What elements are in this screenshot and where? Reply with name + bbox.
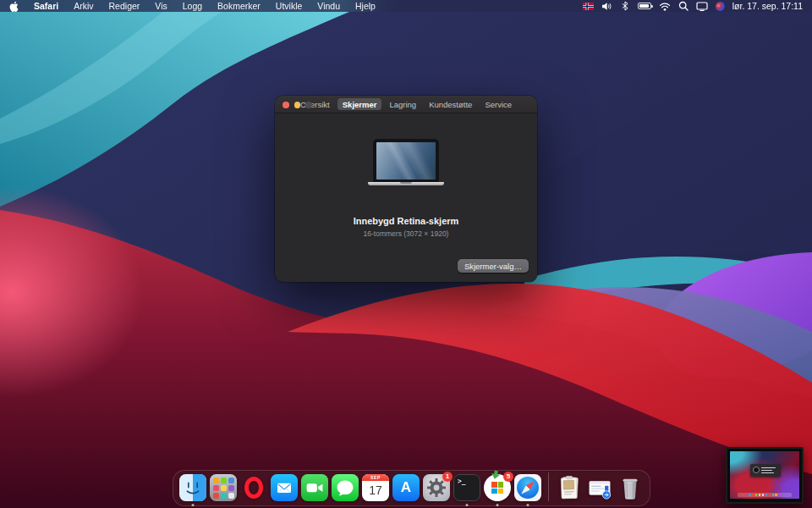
dock: SEP 17 A 1 >_ 5 — [173, 470, 650, 506]
menu-arkiv[interactable]: Arkiv — [66, 1, 101, 11]
tab-service[interactable]: Service — [480, 98, 517, 110]
dock-facetime-icon[interactable] — [301, 474, 328, 501]
display-name: Innebygd Retina-skjerm — [275, 216, 537, 226]
wifi-icon[interactable] — [659, 2, 671, 11]
tab-skjermer[interactable]: Skjermer — [337, 98, 382, 110]
mini-window-circle — [753, 467, 760, 473]
menubar-clock[interactable]: lør. 17. sep. 17:11 — [732, 1, 803, 11]
external-display-mini-window — [750, 464, 781, 478]
running-indicator — [466, 504, 469, 506]
menu-rediger[interactable]: Rediger — [102, 1, 148, 11]
calendar-month: SEP — [362, 474, 389, 481]
volume-icon[interactable] — [601, 2, 612, 11]
dock-launchpad-icon[interactable] — [210, 474, 237, 501]
menu-vis[interactable]: Vis — [147, 1, 174, 11]
running-indicator — [527, 504, 529, 506]
dock-finder-icon[interactable] — [179, 474, 206, 501]
menu-utvikle[interactable]: Utvikle — [268, 1, 310, 11]
dock-minimized-window-icon[interactable] — [586, 474, 613, 501]
macbook-illustration — [368, 140, 444, 185]
dock-messages-icon[interactable] — [332, 474, 359, 501]
dock-terminal-icon[interactable]: >_ — [453, 474, 480, 501]
app-store-glyph: A — [401, 479, 411, 496]
menu-app-name[interactable]: Safari — [26, 1, 66, 11]
apple-menu[interactable] — [9, 1, 26, 12]
spotlight-icon[interactable] — [678, 1, 689, 11]
tab-kundestotte[interactable]: Kundestøtte — [424, 98, 477, 110]
external-display-mini-dock — [738, 493, 792, 497]
running-indicator — [497, 504, 499, 506]
displays-preferences-button[interactable]: Skjermer-valg… — [458, 259, 529, 273]
bluetooth-icon[interactable] — [620, 1, 630, 11]
battery-icon[interactable] — [638, 3, 651, 9]
dock-trash-icon[interactable] — [617, 474, 644, 501]
window-tab-bar: Oversikt Skjermer Lagring Kundestøtte Se… — [295, 98, 517, 110]
dock-system-preferences-icon[interactable]: 1 — [423, 474, 450, 501]
mini-window-text-lines — [761, 467, 776, 473]
dock-microsoft-update-icon[interactable]: 5 — [484, 474, 511, 501]
dock-app-store-icon[interactable]: A — [392, 474, 420, 501]
close-button[interactable] — [283, 102, 289, 108]
display-spec: 16-tommers (3072 × 1920) — [275, 229, 537, 238]
dock-safari-icon[interactable] — [514, 474, 541, 501]
notification-badge: 1 — [442, 472, 453, 482]
zoom-button-disabled — [305, 102, 312, 108]
external-display-wallpaper — [730, 451, 799, 499]
calendar-day: 17 — [362, 481, 389, 500]
notification-badge: 5 — [503, 472, 513, 482]
minimize-button[interactable] — [294, 102, 301, 108]
window-titlebar[interactable]: Oversikt Skjermer Lagring Kundestøtte Se… — [275, 96, 537, 113]
desktop[interactable]: Safari Arkiv Rediger Vis Logg Bokmerker … — [0, 0, 812, 508]
tab-lagring[interactable]: Lagring — [384, 98, 421, 110]
dock-mail-icon[interactable] — [271, 474, 298, 501]
siri-icon[interactable] — [716, 2, 725, 11]
keyboard-layout-flag-icon[interactable] — [583, 3, 594, 10]
display-mirroring-icon[interactable] — [696, 2, 708, 11]
running-indicator — [192, 504, 195, 506]
menu-logg[interactable]: Logg — [175, 1, 210, 11]
dock-calendar-icon[interactable]: SEP 17 — [362, 474, 389, 501]
menu-vindu[interactable]: Vindu — [310, 1, 348, 11]
macbook-base — [368, 182, 444, 185]
menu-bar: Safari Arkiv Rediger Vis Logg Bokmerker … — [0, 0, 812, 12]
dock-documents-stack-icon[interactable] — [556, 474, 583, 501]
menu-bokmerker[interactable]: Bokmerker — [210, 1, 268, 11]
apple-logo-icon — [9, 1, 19, 12]
external-display-preview[interactable] — [726, 447, 804, 504]
dock-divider — [548, 472, 549, 501]
menu-hjelp[interactable]: Hjelp — [348, 1, 383, 11]
dock-opera-icon[interactable] — [240, 474, 267, 501]
terminal-glyph: >_ — [458, 478, 466, 485]
about-this-mac-window: Oversikt Skjermer Lagring Kundestøtte Se… — [275, 96, 537, 282]
macbook-screen — [374, 140, 438, 182]
